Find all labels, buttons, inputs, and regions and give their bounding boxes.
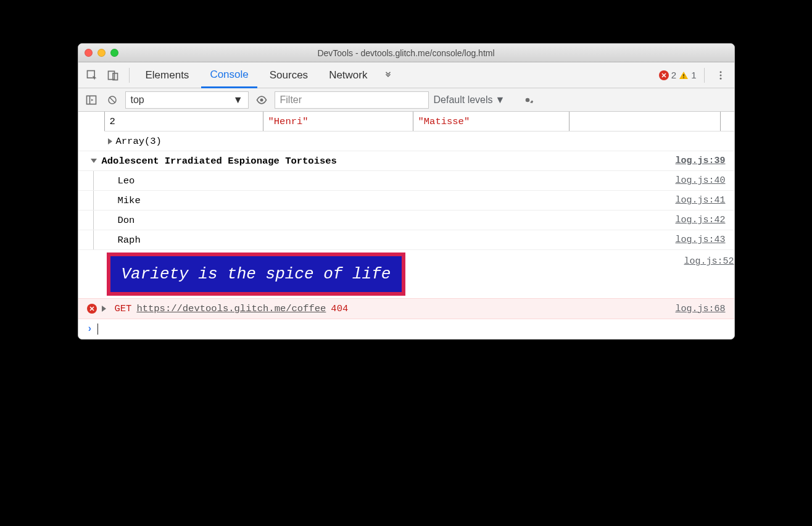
tab-console[interactable]: Console [201,62,257,88]
dropdown-icon: ▼ [233,94,243,106]
log-levels-selector[interactable]: Default levels ▼ [434,94,505,106]
error-count: 2 [671,70,676,80]
group-title: Adolescent Irradiated Espionage Tortoise… [102,156,337,167]
caret-down-icon [91,159,97,163]
window-title: DevTools - devtools.glitch.me/console/lo… [78,48,734,58]
traffic-lights [85,49,118,57]
context-selector[interactable]: top ▼ [125,91,249,109]
warning-count: 1 [691,70,696,80]
console-log-row[interactable]: Mike log.js:41 [78,191,734,211]
device-toolbar-icon[interactable] [104,67,122,84]
log-text: Don [118,215,135,226]
gear-icon[interactable] [520,92,536,108]
context-label: top [131,94,144,106]
console-error-row[interactable]: GET https://devtools.glitch.me/coffee 40… [78,298,734,319]
prompt-caret-icon: › [87,324,93,335]
close-window-button[interactable] [85,49,93,57]
svg-point-6 [719,74,721,76]
error-warning-badges[interactable]: 2 1 [659,70,697,80]
log-text: Mike [118,195,141,206]
source-link[interactable]: log.js:68 [675,304,725,314]
log-text: Leo [118,175,135,186]
source-link[interactable]: log.js:40 [675,175,725,186]
console-toolbar: top ▼ Default levels ▼ [78,88,734,112]
table-cell-last: "Matisse" [413,112,570,131]
console-prompt[interactable]: › [78,319,734,339]
error-url[interactable]: https://devtools.glitch.me/coffee [136,303,326,314]
error-icon [87,304,97,314]
dropdown-icon: ▼ [495,94,505,106]
table-row[interactable]: 2 "Henri" "Matisse" [104,112,734,132]
filter-input[interactable] [275,91,429,109]
titlebar: DevTools - devtools.glitch.me/console/lo… [78,44,734,62]
tab-bar: Elements Console Sources Network 2 1 [78,62,734,88]
console-group-header[interactable]: Adolescent Irradiated Espionage Tortoise… [78,151,734,171]
http-status: 404 [331,303,348,314]
console-log-row[interactable]: Raph log.js:43 [78,230,734,250]
source-link[interactable]: log.js:42 [675,215,725,225]
maximize-window-button[interactable] [110,49,118,57]
tab-sources[interactable]: Sources [261,62,317,88]
more-tabs-icon[interactable] [379,67,397,84]
caret-right-icon [108,138,112,144]
separator [704,68,705,83]
svg-point-5 [719,71,721,73]
warning-icon [679,70,689,80]
console-output: 2 "Henri" "Matisse" Array(3) Adolescent … [78,112,734,339]
http-method: GET [115,303,132,314]
console-log-row[interactable]: Don log.js:42 [78,211,734,230]
array-label: Array(3) [116,136,162,147]
log-text: Raph [118,235,141,246]
source-link[interactable]: log.js:52 [684,250,734,267]
styled-message: Variety is the spice of life [107,253,406,296]
source-link[interactable]: log.js:41 [675,195,725,206]
caret-right-icon [102,306,106,312]
clear-console-icon[interactable] [104,92,120,108]
devtools-window: DevTools - devtools.glitch.me/console/lo… [78,43,735,340]
minimize-window-button[interactable] [97,49,106,57]
table-cell-empty [570,112,721,131]
live-expression-icon[interactable] [254,92,270,108]
error-icon [659,70,669,80]
sidebar-toggle-icon[interactable] [83,92,99,108]
levels-label: Default levels [434,94,493,106]
svg-rect-3 [683,74,684,77]
separator [129,68,130,83]
source-link[interactable]: log.js:39 [675,156,725,166]
svg-rect-1 [108,71,114,79]
table-cell-first: "Henri" [263,112,413,131]
array-expand-row[interactable]: Array(3) [78,132,734,151]
kebab-menu-icon[interactable] [712,67,729,84]
table-cell-index: 2 [104,112,263,131]
svg-rect-4 [683,77,684,78]
svg-point-10 [260,98,263,101]
tab-elements[interactable]: Elements [137,62,198,88]
text-cursor [97,324,98,335]
styled-log-row[interactable]: Variety is the spice of life log.js:52 [78,250,734,298]
svg-point-7 [719,77,721,79]
source-link[interactable]: log.js:43 [675,235,725,245]
tab-network[interactable]: Network [320,62,376,88]
inspect-element-icon[interactable] [83,67,101,84]
console-log-row[interactable]: Leo log.js:40 [78,171,734,191]
